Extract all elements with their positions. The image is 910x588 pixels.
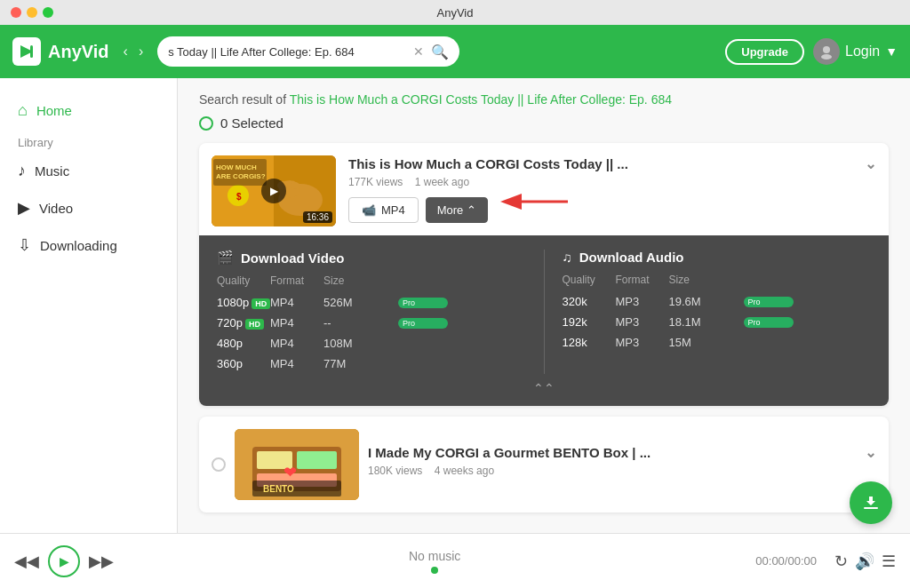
collapse-panel-button[interactable]: ⌃⌃ (217, 381, 871, 395)
content: ⌂ Home Library ♪ Music ▶ Video ⇩ Downloa… (0, 78, 910, 533)
nav-arrows: ‹ › (120, 40, 148, 63)
video-card-1-header: $ HOW MUCH ARE CORGIS? (199, 143, 889, 235)
bottom-player: ◀◀ ▶ ▶▶ No music 00:00/00:00 ↻ 🔊 ☰ (0, 533, 910, 588)
home-icon: ⌂ (18, 101, 28, 120)
video-dl-table: Quality Format Size 1080pHD MP4 526M (217, 274, 526, 374)
sidebar-library-section: Library (0, 129, 177, 153)
search-result-link[interactable]: This is How Much a CORGI Costs Today || … (290, 92, 672, 107)
time-display: 00:00/00:00 (755, 554, 817, 568)
video-row-480p[interactable]: 480p MP4 108M (217, 333, 526, 354)
video-row-360p[interactable]: 360p MP4 77M (217, 354, 526, 374)
mp4-button[interactable]: 📹 MP4 (348, 197, 419, 223)
svg-point-3 (821, 54, 832, 60)
sidebar-home-label: Home (36, 103, 72, 118)
thumbnail-2: ❤ BENTO (235, 429, 359, 500)
prev-button[interactable]: ◀◀ (14, 552, 39, 571)
music-icon: ♪ (18, 162, 26, 180)
search-close-icon[interactable]: ✕ (413, 44, 424, 59)
sidebar-item-music[interactable]: ♪ Music (0, 153, 177, 189)
audio-row-128k[interactable]: 128k MP3 15M (563, 332, 872, 353)
next-button[interactable]: ▶▶ (89, 552, 114, 571)
search-text: s Today || Life After College: Ep. 684 (168, 45, 406, 59)
video-info-1: This is How Much a CORGI Costs Today || … (348, 155, 876, 223)
sidebar-item-downloading[interactable]: ⇩ Downloading (0, 226, 177, 264)
video-card-2: ❤ BENTO I Made My CORGI a Gourmet BENTO … (199, 417, 889, 513)
player-right-controls: ↻ 🔊 ☰ (834, 552, 896, 571)
svg-text:❤: ❤ (283, 464, 297, 481)
expand-icon-2[interactable]: ⌄ (865, 444, 876, 461)
video-dl-table-header: Quality Format Size (217, 274, 526, 287)
main-content: Search result of This is How Much a CORG… (178, 78, 910, 533)
audio-dl-table: Quality Format Size 320k MP3 19.6M (563, 274, 872, 353)
sidebar-video-label: Video (39, 201, 73, 216)
volume-button[interactable]: 🔊 (855, 552, 874, 571)
sidebar: ⌂ Home Library ♪ Music ▶ Video ⇩ Downloa… (0, 78, 178, 533)
close-button[interactable] (11, 7, 21, 18)
video-icon: ▶ (18, 198, 30, 218)
download-video-col: 🎬 Download Video Quality Format Size (217, 250, 526, 374)
svg-text:BENTO: BENTO (263, 484, 294, 494)
sidebar-item-video[interactable]: ▶ Video (0, 189, 177, 226)
upgrade-button[interactable]: Upgrade (725, 39, 804, 65)
app: AnyVid ‹ › s Today || Life After College… (0, 25, 910, 588)
no-music-label: No music (124, 549, 745, 563)
search-icon[interactable]: 🔍 (431, 44, 449, 60)
expand-icon-1[interactable]: ⌄ (865, 155, 876, 172)
audio-dl-icon: ♫ (563, 250, 572, 265)
logo-area: AnyVid (12, 37, 109, 66)
audio-row-192k[interactable]: 192k MP3 18.1M Pro (563, 312, 872, 332)
player-controls: ◀◀ ▶ ▶▶ (14, 545, 114, 577)
video-title-2: I Made My CORGI a Gourmet BENTO Box | ..… (368, 444, 876, 461)
nav-back-button[interactable]: ‹ (120, 40, 132, 63)
player-info: No music (124, 549, 745, 574)
audio-row-320k[interactable]: 320k MP3 19.6M Pro (563, 291, 872, 312)
traffic-lights (11, 7, 53, 18)
audio-dl-table-header: Quality Format Size (563, 274, 872, 286)
select-label: 0 Selected (220, 115, 283, 131)
video-row-720p[interactable]: 720pHD MP4 -- Pro (217, 313, 526, 333)
title-bar: AnyVid (0, 0, 910, 25)
select-radio-2[interactable] (212, 457, 226, 472)
video-card-2-inner: ❤ BENTO I Made My CORGI a Gourmet BENTO … (199, 417, 889, 513)
svg-rect-26 (864, 507, 878, 509)
video-meta-1: 177K views 1 week ago (348, 176, 876, 188)
download-audio-header: ♫ Download Audio (563, 250, 872, 265)
video-title-1: This is How Much a CORGI Costs Today || … (348, 155, 876, 172)
playlist-button[interactable]: ☰ (882, 552, 896, 571)
duration-badge-1: 16:36 (303, 211, 332, 223)
download-video-header: 🎬 Download Video (217, 250, 526, 266)
select-row: 0 Selected (199, 115, 889, 131)
fab-download-button[interactable] (850, 481, 892, 524)
download-columns: 🎬 Download Video Quality Format Size (217, 250, 871, 374)
mp4-icon: 📹 (362, 203, 376, 217)
search-result-header: Search result of This is How Much a CORG… (199, 92, 889, 107)
sidebar-item-home[interactable]: ⌂ Home (0, 92, 177, 129)
logo-icon (12, 37, 41, 66)
download-audio-col: ♫ Download Audio Quality Format Size (544, 250, 872, 374)
header-right: Upgrade Login ▼ (725, 38, 898, 65)
app-name: AnyVid (48, 42, 109, 62)
player-dot (431, 567, 438, 574)
maximize-button[interactable] (43, 7, 53, 18)
dropdown-arrow-icon: ▼ (885, 44, 898, 59)
nav-forward-button[interactable]: › (135, 40, 147, 63)
select-radio[interactable] (199, 116, 213, 131)
play-pause-button[interactable]: ▶ (48, 545, 80, 577)
avatar (813, 38, 840, 65)
navbar: AnyVid ‹ › s Today || Life After College… (0, 25, 910, 78)
svg-rect-1 (30, 45, 33, 58)
svg-rect-21 (297, 451, 337, 469)
video-dl-icon: 🎬 (217, 250, 234, 266)
more-button[interactable]: More ⌃ (426, 197, 489, 223)
red-arrow-annotation (497, 188, 586, 224)
repeat-button[interactable]: ↻ (834, 552, 848, 571)
search-bar[interactable]: s Today || Life After College: Ep. 684 ✕… (157, 36, 459, 67)
play-circle-1: ▶ (261, 179, 286, 203)
minimize-button[interactable] (27, 7, 37, 18)
download-panel: 🎬 Download Video Quality Format Size (199, 235, 889, 406)
video-row-1080p[interactable]: 1080pHD MP4 526M Pro (217, 292, 526, 313)
sidebar-music-label: Music (35, 163, 69, 179)
login-area[interactable]: Login ▼ (813, 38, 898, 65)
download-icon: ⇩ (18, 235, 31, 255)
login-label: Login (845, 44, 880, 60)
